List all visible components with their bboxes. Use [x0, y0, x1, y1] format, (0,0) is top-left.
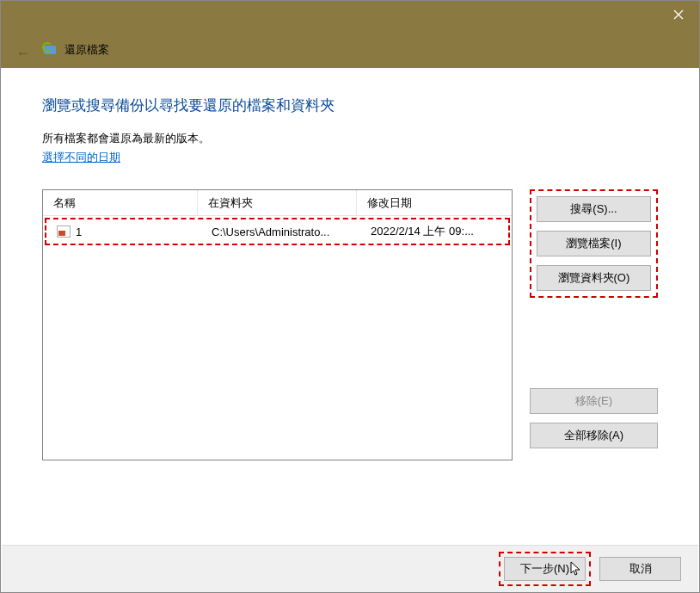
cell-folder: C:\Users\Administrato...: [201, 225, 360, 238]
col-name[interactable]: 名稱: [43, 190, 198, 215]
title-row: 還原檔案: [42, 42, 109, 58]
cell-date: 2022/2/14 上午 09:...: [360, 224, 508, 239]
content-area: 瀏覽或搜尋備份以尋找要還原的檔案和資料夾 所有檔案都會還原為最新的版本。 選擇不…: [1, 68, 699, 460]
next-highlight: 下一步(N): [499, 552, 591, 586]
file-icon: [57, 225, 71, 238]
table-row[interactable]: 1 C:\Users\Administrato... 2022/2/14 上午 …: [46, 219, 508, 244]
search-button[interactable]: 搜尋(S)...: [537, 196, 651, 222]
page-subtext: 所有檔案都會還原為最新的版本。: [42, 131, 658, 146]
browse-files-button[interactable]: 瀏覽檔案(I): [537, 231, 651, 256]
back-arrow-icon[interactable]: ←: [16, 46, 30, 61]
footer: 下一步(N) 取消: [2, 545, 698, 592]
main-row: 名稱 在資料夾 修改日期 1 C:\Users\Administrato... …: [42, 189, 658, 460]
close-button[interactable]: [658, 1, 699, 28]
close-icon: [673, 9, 684, 20]
browse-group-highlight: 搜尋(S)... 瀏覽檔案(I) 瀏覽資料夾(O): [530, 189, 658, 298]
cell-name: 1: [46, 225, 201, 238]
side-buttons: 搜尋(S)... 瀏覽檔案(I) 瀏覽資料夾(O) 移除(E) 全部移除(A): [530, 189, 658, 448]
restore-icon: [42, 42, 58, 58]
titlebar: ← 還原檔案: [1, 1, 699, 68]
choose-date-link[interactable]: 選擇不同的日期: [42, 150, 120, 165]
col-folder[interactable]: 在資料夾: [198, 190, 357, 215]
row-highlight: 1 C:\Users\Administrato... 2022/2/14 上午 …: [45, 218, 510, 245]
remove-all-button[interactable]: 全部移除(A): [530, 423, 658, 448]
window-title: 還原檔案: [64, 42, 109, 58]
remove-group: 移除(E) 全部移除(A): [530, 388, 658, 448]
table-header: 名稱 在資料夾 修改日期: [43, 190, 512, 216]
browse-folders-button[interactable]: 瀏覽資料夾(O): [537, 265, 651, 291]
file-table: 名稱 在資料夾 修改日期 1 C:\Users\Administrato... …: [42, 189, 513, 460]
cancel-button[interactable]: 取消: [599, 557, 681, 581]
remove-button: 移除(E): [530, 388, 658, 414]
page-heading: 瀏覽或搜尋備份以尋找要還原的檔案和資料夾: [42, 96, 658, 115]
next-button[interactable]: 下一步(N): [504, 557, 586, 581]
cell-name-text: 1: [76, 225, 82, 238]
col-date[interactable]: 修改日期: [357, 190, 512, 215]
